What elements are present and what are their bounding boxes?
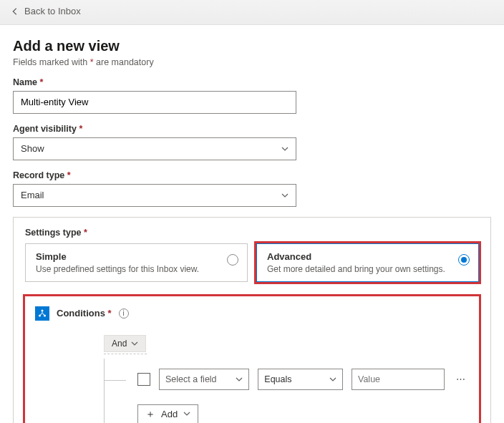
info-icon[interactable]: i [119,308,129,319]
conditions-section: Conditions * i And Select a field [25,296,479,424]
settings-panel: Settings type * Simple Use predefined se… [13,217,491,424]
radio-selected-icon [458,254,470,266]
arrow-left-icon [10,6,20,16]
agent-visibility-select[interactable]: Show [13,137,296,160]
mandatory-note: Fields marked with * are mandatory [13,57,491,67]
chevron-down-icon [236,376,243,383]
simple-title: Simple [36,251,218,262]
page-title: Add a new view [13,38,491,54]
record-type-select[interactable]: Email [13,184,296,207]
condition-checkbox[interactable] [137,373,150,386]
settings-type-simple-option[interactable]: Simple Use predefined settings for this … [25,243,248,282]
advanced-desc: Get more detailed and bring your own set… [267,264,450,274]
chevron-down-icon [131,340,138,347]
record-type-label: Record type * [13,170,491,180]
logic-operator-value: And [112,339,127,349]
tree-connector [104,354,147,354]
settings-type-advanced-option[interactable]: Advanced Get more detailed and bring you… [256,243,479,282]
chevron-down-icon [281,192,289,199]
condition-field-placeholder: Select a field [165,374,217,384]
simple-desc: Use predefined settings for this Inbox v… [36,264,218,274]
condition-more-button[interactable]: ⋯ [453,374,469,384]
name-input[interactable] [13,91,296,114]
add-label: Add [161,409,178,419]
agent-visibility-label: Agent visibility * [13,124,491,134]
condition-operator-value: Equals [264,374,291,384]
settings-type-label: Settings type * [25,228,479,238]
back-to-inbox-link[interactable]: Back to Inbox [10,6,81,16]
conditions-title: Conditions * [57,308,112,319]
add-condition-button[interactable]: ＋ Add [137,404,198,424]
logic-operator-select[interactable]: And [104,335,146,352]
chevron-down-icon [183,410,190,417]
condition-field-select[interactable]: Select a field [159,369,249,390]
condition-row: Select a field Equals ⋯ [126,359,469,390]
svg-point-0 [42,309,44,311]
record-type-value: Email [21,190,44,200]
chevron-down-icon [329,376,336,383]
chevron-down-icon [281,145,289,152]
agent-visibility-value: Show [21,143,44,154]
conditions-icon [35,306,49,321]
plus-icon: ＋ [145,409,155,419]
condition-operator-select[interactable]: Equals [258,369,343,390]
radio-unselected-icon [227,254,238,266]
back-link-text: Back to Inbox [24,6,81,16]
advanced-title: Advanced [267,251,450,262]
name-label: Name * [13,77,491,87]
condition-value-input[interactable] [352,369,445,390]
